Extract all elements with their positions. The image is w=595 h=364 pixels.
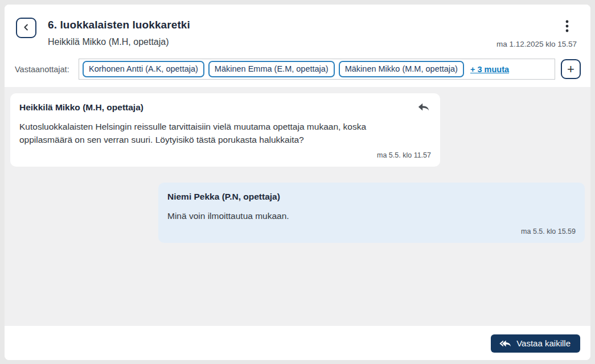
recipients-row: Vastaanottajat: Korhonen Antti (A.K, ope… (5, 48, 590, 87)
message-sender: Heikkilä Mikko (M.H, opettaja) (19, 102, 143, 113)
chevron-left-icon (21, 22, 31, 34)
header-right: ma 1.12.2025 klo 15.57 (496, 18, 580, 48)
thread-titles: 6. luokkalaisten luokkaretki Heikkilä Mi… (48, 18, 496, 48)
message-sender: Niemi Pekka (P.N, opettaja) (167, 191, 280, 202)
message-thread: Heikkilä Mikko (M.H, opettaja) Kutosluok… (5, 87, 590, 326)
more-recipients-link[interactable]: + 3 muuta (470, 65, 509, 74)
recipient-chip[interactable]: Mäkinen Mikko (M.M, opettaja) (339, 61, 464, 77)
message-body: Minä voin ilmoittautua mukaan. (167, 209, 576, 222)
thread-header: 6. luokkalaisten luokkaretki Heikkilä Mi… (5, 5, 590, 48)
recipient-chip[interactable]: Mäkinen Emma (E.M, opettaja) (208, 61, 335, 77)
message-timestamp: ma 5.5. klo 15.59 (167, 228, 576, 235)
reply-all-label: Vastaa kaikille (516, 338, 571, 348)
thread-title: 6. luokkalaisten luokkaretki (48, 18, 496, 32)
message-body: Kutosluokkalaisten Helsingin reissulle t… (19, 120, 431, 146)
recipient-chip[interactable]: Korhonen Antti (A.K, opettaja) (83, 61, 204, 77)
message-head: Heikkilä Mikko (M.H, opettaja) (19, 102, 431, 113)
message-timestamp: ma 5.5. klo 11.57 (19, 151, 431, 159)
thread-footer: Vastaa kaikille (5, 326, 590, 360)
add-recipient-button[interactable]: + (561, 59, 581, 79)
message-thread-panel: 6. luokkalaisten luokkaretki Heikkilä Mi… (5, 5, 590, 360)
message-card: Heikkilä Mikko (M.H, opettaja) Kutosluok… (10, 93, 440, 167)
kebab-menu-icon (561, 27, 573, 35)
thread-sender: Heikkilä Mikko (M.H, opettaja) (48, 36, 496, 48)
recipients-chips-box: Korhonen Antti (A.K, opettaja) Mäkinen E… (79, 59, 555, 80)
more-options-button[interactable] (557, 18, 577, 35)
back-button[interactable] (16, 18, 36, 38)
reply-arrow-icon (416, 102, 431, 113)
message-head: Niemi Pekka (P.N, opettaja) (167, 191, 576, 202)
reply-all-button[interactable]: Vastaa kaikille (491, 334, 580, 353)
recipients-label: Vastaanottajat: (15, 65, 79, 74)
reply-all-icon (499, 339, 511, 348)
message-card: Niemi Pekka (P.N, opettaja) Minä voin il… (158, 183, 585, 243)
thread-timestamp: ma 1.12.2025 klo 15.57 (496, 40, 577, 48)
